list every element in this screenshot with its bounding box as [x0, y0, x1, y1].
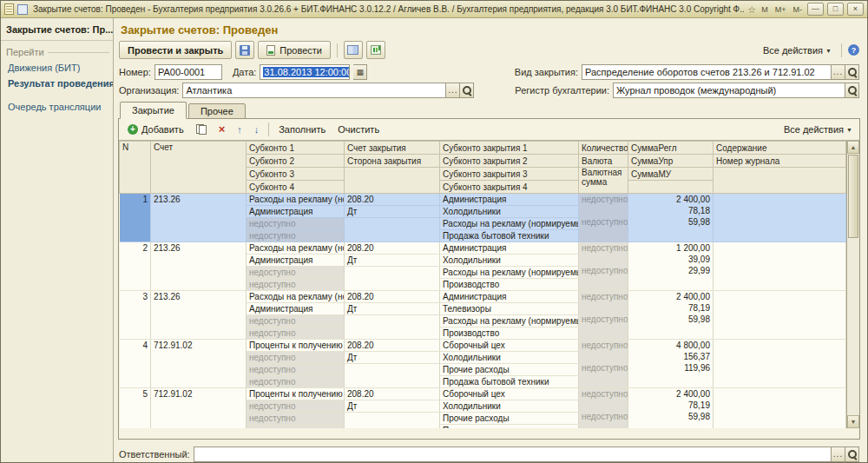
report-button[interactable] — [366, 41, 385, 59]
all-actions-button[interactable]: Все действия▼ — [760, 45, 835, 56]
move-down-button[interactable]: ↓ — [249, 121, 265, 138]
cell-subconto[interactable]: недоступно — [247, 352, 345, 364]
cell-content[interactable] — [713, 291, 846, 340]
tab-other[interactable]: Прочее — [188, 103, 246, 119]
cell-closing-subconto[interactable]: Сборочный цех — [440, 388, 579, 400]
cell-closing-subconto[interactable]: Администрация — [440, 194, 579, 206]
date-field[interactable]: 31.08.2013 12:00:00 — [260, 64, 350, 80]
cell-subconto[interactable]: Администрация — [247, 206, 345, 218]
cell-closing-empty[interactable] — [345, 315, 440, 340]
table-row[interactable]: 3 213.26 Расходы на рекламу (нор... 208.… — [120, 291, 846, 303]
closing-kind-lookup-button[interactable] — [845, 64, 859, 80]
cell-quantity[interactable]: недоступно недоступно — [579, 388, 628, 429]
sidebar-item-posting-result[interactable]: Результат проведения — [1, 76, 113, 91]
cell-subconto[interactable]: недоступно — [247, 267, 345, 279]
post-and-close-button[interactable]: Провести и закрыть — [119, 41, 232, 59]
clear-button[interactable]: Очистить — [332, 121, 385, 138]
cell-subconto[interactable]: недоступно — [247, 218, 345, 230]
cell-n[interactable]: 1 — [120, 194, 151, 242]
cell-n[interactable]: 4 — [120, 340, 151, 388]
memory-m-button[interactable]: M — [760, 5, 770, 14]
scroll-up-button[interactable]: ▲ — [847, 141, 859, 154]
add-row-button[interactable]: +Добавить — [122, 121, 189, 138]
cell-closing-account[interactable]: 208.20 — [345, 242, 440, 255]
cell-sums[interactable]: 2 400,00 78,19 59,98 — [628, 388, 713, 429]
register-lookup-button[interactable] — [845, 83, 859, 98]
responsible-field[interactable] — [194, 446, 832, 462]
cell-closing-side[interactable]: Дт — [345, 352, 440, 364]
cell-closing-account[interactable]: 208.20 — [345, 194, 440, 206]
cell-closing-account[interactable]: 208.20 — [345, 388, 440, 400]
cell-closing-subconto[interactable]: Холодильники — [440, 352, 579, 364]
move-up-button[interactable]: ↑ — [232, 121, 247, 138]
cell-closing-empty[interactable] — [345, 413, 440, 429]
cell-closing-subconto[interactable]: Продажа бытовой техники — [440, 230, 579, 242]
cell-subconto[interactable]: Проценты к получению (у... — [247, 388, 345, 400]
vertical-scrollbar[interactable]: ▲ ▼ — [846, 141, 859, 428]
cell-closing-subconto[interactable]: Холодильники — [440, 206, 579, 218]
closing-kind-field[interactable]: Распределение оборотов счетов 213.26 и 7… — [582, 64, 832, 80]
cell-sums[interactable]: 4 800,00 156,37 119,96 — [628, 340, 713, 388]
fill-button[interactable]: Заполнить — [273, 121, 331, 138]
cell-n[interactable]: 2 — [120, 242, 151, 291]
sidebar-item-translation-queue[interactable]: Очередь трансляции — [1, 99, 113, 115]
cell-account[interactable]: 213.26 — [151, 242, 247, 291]
cell-content[interactable] — [713, 340, 846, 388]
cell-subconto[interactable]: Администрация — [247, 255, 345, 267]
memory-m-minus-button[interactable]: M- — [792, 5, 805, 14]
help-icon[interactable]: ? — [848, 44, 859, 56]
responsible-lookup-button[interactable] — [845, 446, 859, 462]
scrollbar-thumb[interactable] — [848, 155, 858, 238]
organization-dots-button[interactable]: ... — [446, 83, 460, 98]
cell-subconto[interactable]: Администрация — [247, 303, 345, 315]
number-field[interactable]: РА00-0001 — [155, 64, 222, 80]
cell-subconto[interactable]: Проценты к получению (у... — [247, 340, 345, 352]
minimize-button[interactable]: — — [807, 3, 824, 16]
cell-n[interactable]: 5 — [120, 388, 151, 429]
cell-quantity[interactable]: недоступно недоступно — [579, 242, 628, 291]
cell-quantity[interactable]: недоступно недоступно — [579, 291, 628, 340]
cell-closing-subconto[interactable]: Прочие расходы — [440, 364, 579, 376]
cell-content[interactable] — [713, 242, 846, 291]
cell-subconto[interactable]: недоступно — [247, 400, 345, 413]
maximize-button[interactable]: □ — [827, 3, 844, 16]
cell-closing-subconto[interactable]: Расходы на рекламу (нормируемые) — [440, 218, 579, 230]
star-icon[interactable]: ☆ — [747, 4, 756, 15]
post-button[interactable]: Провести — [258, 41, 331, 59]
cell-closing-subconto[interactable]: Холодильники — [440, 400, 579, 413]
cell-closing-empty[interactable] — [345, 364, 440, 388]
cell-closing-subconto[interactable]: Производство — [440, 279, 579, 291]
cell-subconto[interactable]: недоступно — [247, 364, 345, 376]
cell-subconto[interactable]: Расходы на рекламу (нор... — [247, 194, 345, 206]
cell-account[interactable]: 213.26 — [151, 291, 247, 340]
cell-content[interactable] — [713, 194, 846, 242]
movements-button[interactable] — [344, 41, 363, 59]
cell-closing-subconto[interactable]: Расходы на рекламу (нормируемые) — [440, 267, 579, 279]
cell-closing-subconto[interactable]: Расходы на рекламу (нормируемые) — [440, 315, 579, 327]
cell-subconto[interactable]: Расходы на рекламу (нор... — [247, 242, 345, 255]
cell-closing-side[interactable]: Дт — [345, 303, 440, 315]
cell-account[interactable]: 712.91.02 — [151, 388, 247, 429]
cell-subconto[interactable]: недоступно — [247, 230, 345, 242]
memory-m-plus-button[interactable]: M+ — [773, 5, 788, 14]
cell-closing-account[interactable]: 208.20 — [345, 340, 440, 352]
save-button[interactable] — [235, 41, 254, 59]
cell-account[interactable]: 712.91.02 — [151, 340, 247, 388]
cell-closing-side[interactable]: Дт — [345, 206, 440, 218]
cell-subconto[interactable]: Расходы на рекламу (нор... — [247, 291, 345, 303]
table-all-actions-button[interactable]: Все действия▼ — [780, 124, 856, 135]
register-field[interactable]: Журнал проводок (международный) — [613, 83, 845, 98]
cell-sums[interactable]: 2 400,00 78,18 59,98 — [628, 194, 713, 242]
cell-subconto[interactable]: недоступно — [247, 376, 345, 388]
cell-subconto[interactable]: недоступно — [247, 315, 345, 327]
delete-row-button[interactable]: × — [214, 121, 231, 138]
cell-closing-subconto[interactable]: Администрация — [440, 291, 579, 303]
organization-field[interactable]: Атлантика — [182, 83, 446, 98]
cell-account[interactable]: 213.26 — [151, 194, 247, 242]
responsible-dots-button[interactable]: ... — [832, 446, 845, 462]
cell-closing-subconto[interactable]: Производство — [440, 327, 579, 340]
table-row[interactable]: 4 712.91.02 Проценты к получению (у... 2… — [120, 340, 846, 352]
cell-subconto[interactable]: недоступно — [247, 279, 345, 291]
tab-closing[interactable]: Закрытие — [120, 102, 187, 119]
copy-row-button[interactable] — [191, 121, 212, 138]
